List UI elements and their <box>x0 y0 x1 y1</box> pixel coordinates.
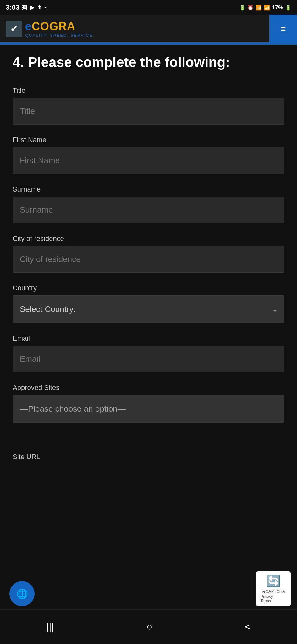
video-icon: ▶ <box>30 4 35 11</box>
approved-sites-wrapper: —Please choose an option— <box>13 395 284 423</box>
email-input[interactable] <box>13 346 284 372</box>
privacy-link[interactable]: Privacy <box>261 594 273 599</box>
recaptcha-separator: - <box>274 594 275 599</box>
sim-icon: 🔋 <box>239 5 245 11</box>
signal-icon: 📶 <box>264 5 270 11</box>
floating-widget-button[interactable]: 🌐 <box>9 581 35 606</box>
status-bar-right: 🔋 ⏰ 📶 📶 17% 🔋 <box>239 4 291 11</box>
navbar: ✔ eCOGRA QUALITY. SPEED. SERVICE. ≡ <box>0 15 297 43</box>
recent-apps-button[interactable]: ||| <box>37 618 63 636</box>
email-group: Email <box>13 334 284 372</box>
logo-area: ✔ eCOGRA QUALITY. SPEED. SERVICE. <box>6 20 95 38</box>
status-bar-left: 3:03 🖼 ▶ ⬆ • <box>6 3 47 12</box>
logo-text-area: eCOGRA QUALITY. SPEED. SERVICE. <box>25 20 95 38</box>
status-bar: 3:03 🖼 ▶ ⬆ • 🔋 ⏰ 📶 📶 17% 🔋 <box>0 0 297 15</box>
title-input[interactable] <box>13 98 284 125</box>
recaptcha-links: Privacy - Terms <box>261 594 286 603</box>
recaptcha-logo-icon: 🔄 <box>267 575 281 588</box>
page-title: 4. Please complete the following: <box>13 54 284 71</box>
firstname-label: First Name <box>13 136 284 144</box>
photo-icon: 🖼 <box>22 4 28 11</box>
approved-sites-select[interactable]: —Please choose an option— <box>13 395 284 423</box>
logo-cogra: COGRA <box>32 20 75 33</box>
country-label: Country <box>13 284 284 292</box>
dot-indicator: • <box>44 4 47 11</box>
title-label: Title <box>13 86 284 95</box>
logo-tagline: QUALITY. SPEED. SERVICE. <box>25 33 95 38</box>
firstname-group: First Name <box>13 136 284 174</box>
bottom-nav: ||| ○ < <box>0 609 297 644</box>
approved-sites-label: Approved Sites <box>13 384 284 392</box>
battery-display: 17% <box>272 4 283 11</box>
back-button[interactable]: < <box>235 618 260 636</box>
surname-label: Surname <box>13 185 284 193</box>
city-group: City of residence <box>13 235 284 273</box>
home-button[interactable]: ○ <box>137 618 162 636</box>
back-icon: < <box>245 621 251 633</box>
approved-sites-group: Approved Sites —Please choose an option— <box>13 384 284 423</box>
main-content: 4. Please complete the following: Title … <box>0 45 297 447</box>
hamburger-button[interactable]: ≡ <box>269 15 297 43</box>
battery-icon: 🔋 <box>285 5 291 11</box>
wifi-icon: 📶 <box>256 5 262 11</box>
widget-icon: 🌐 <box>16 588 28 599</box>
upload-icon: ⬆ <box>37 4 42 11</box>
recaptcha-badge: 🔄 reCAPTCHA Privacy - Terms <box>256 571 291 606</box>
logo-e: e <box>25 20 32 33</box>
logo-name: eCOGRA <box>25 20 95 33</box>
recent-apps-icon: ||| <box>46 621 54 633</box>
country-select[interactable]: Select Country: <box>13 295 284 323</box>
surname-group: Surname <box>13 185 284 223</box>
checkmark-icon: ✔ <box>10 24 18 34</box>
terms-link[interactable]: Terms <box>261 599 271 603</box>
site-url-label: Site URL <box>0 447 297 464</box>
home-icon: ○ <box>146 621 152 633</box>
country-group: Country Select Country: ⌄ <box>13 284 284 323</box>
alarm-icon: ⏰ <box>247 5 254 11</box>
city-input[interactable] <box>13 246 284 273</box>
logo-icon: ✔ <box>6 21 22 37</box>
time-display: 3:03 <box>6 3 19 12</box>
title-group: Title <box>13 86 284 125</box>
completion-form: Title First Name Surname City of residen… <box>13 86 284 423</box>
city-label: City of residence <box>13 235 284 243</box>
email-label: Email <box>13 334 284 342</box>
hamburger-icon: ≡ <box>280 24 286 34</box>
surname-input[interactable] <box>13 197 284 223</box>
country-select-wrapper: Select Country: ⌄ <box>13 295 284 323</box>
firstname-input[interactable] <box>13 147 284 174</box>
recaptcha-branding: reCAPTCHA <box>262 589 285 594</box>
